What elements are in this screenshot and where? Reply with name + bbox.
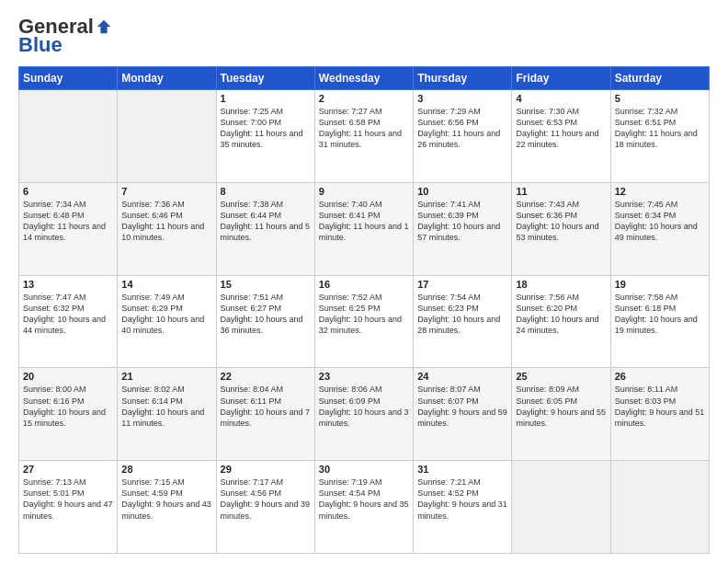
- day-number: 28: [121, 464, 211, 475]
- calendar-cell: 6Sunrise: 7:34 AM Sunset: 6:48 PM Daylig…: [19, 182, 118, 275]
- calendar-cell: 11Sunrise: 7:43 AM Sunset: 6:36 PM Dayli…: [512, 182, 610, 275]
- weekday-header-tuesday: Tuesday: [216, 67, 314, 90]
- day-info: Sunrise: 8:06 AM Sunset: 6:09 PM Dayligh…: [319, 384, 409, 429]
- day-number: 18: [516, 279, 606, 290]
- day-info: Sunrise: 7:40 AM Sunset: 6:41 PM Dayligh…: [319, 199, 409, 244]
- day-number: 17: [417, 279, 507, 290]
- day-info: Sunrise: 7:32 AM Sunset: 6:51 PM Dayligh…: [615, 106, 705, 151]
- day-info: Sunrise: 7:49 AM Sunset: 6:29 PM Dayligh…: [121, 292, 211, 337]
- day-number: 26: [615, 371, 705, 382]
- day-info: Sunrise: 8:02 AM Sunset: 6:14 PM Dayligh…: [121, 384, 211, 429]
- calendar-cell: [610, 461, 709, 554]
- calendar-cell: 3Sunrise: 7:29 AM Sunset: 6:56 PM Daylig…: [414, 90, 512, 183]
- calendar-cell: 7Sunrise: 7:36 AM Sunset: 6:46 PM Daylig…: [118, 182, 216, 275]
- calendar-cell: 16Sunrise: 7:52 AM Sunset: 6:25 PM Dayli…: [314, 275, 413, 368]
- day-number: 27: [23, 464, 113, 475]
- calendar-cell: 12Sunrise: 7:45 AM Sunset: 6:34 PM Dayli…: [610, 182, 709, 275]
- calendar-cell: 31Sunrise: 7:21 AM Sunset: 4:52 PM Dayli…: [414, 461, 512, 554]
- day-number: 8: [221, 186, 311, 197]
- day-number: 5: [615, 93, 705, 104]
- calendar-cell: [512, 461, 610, 554]
- day-info: Sunrise: 7:36 AM Sunset: 6:46 PM Dayligh…: [121, 199, 211, 244]
- day-number: 30: [319, 464, 409, 475]
- day-info: Sunrise: 7:54 AM Sunset: 6:23 PM Dayligh…: [417, 292, 507, 337]
- calendar-cell: 20Sunrise: 8:00 AM Sunset: 6:16 PM Dayli…: [19, 368, 118, 461]
- calendar-cell: [118, 90, 216, 183]
- day-number: 23: [319, 371, 409, 382]
- calendar-cell: 17Sunrise: 7:54 AM Sunset: 6:23 PM Dayli…: [414, 275, 512, 368]
- day-number: 20: [23, 371, 113, 382]
- calendar-cell: 14Sunrise: 7:49 AM Sunset: 6:29 PM Dayli…: [118, 275, 216, 368]
- calendar-cell: 21Sunrise: 8:02 AM Sunset: 6:14 PM Dayli…: [118, 368, 216, 461]
- calendar-cell: 5Sunrise: 7:32 AM Sunset: 6:51 PM Daylig…: [610, 90, 709, 183]
- day-number: 22: [221, 371, 311, 382]
- day-info: Sunrise: 7:58 AM Sunset: 6:18 PM Dayligh…: [615, 292, 705, 337]
- day-number: 19: [615, 279, 705, 290]
- calendar-cell: 4Sunrise: 7:30 AM Sunset: 6:53 PM Daylig…: [512, 90, 610, 183]
- calendar-cell: 25Sunrise: 8:09 AM Sunset: 6:05 PM Dayli…: [512, 368, 610, 461]
- day-info: Sunrise: 7:25 AM Sunset: 7:00 PM Dayligh…: [221, 106, 311, 151]
- logo-blue: Blue: [18, 33, 63, 57]
- day-info: Sunrise: 7:43 AM Sunset: 6:36 PM Dayligh…: [516, 199, 606, 244]
- calendar-cell: 27Sunrise: 7:13 AM Sunset: 5:01 PM Dayli…: [19, 461, 118, 554]
- day-number: 3: [417, 93, 507, 104]
- day-info: Sunrise: 7:56 AM Sunset: 6:20 PM Dayligh…: [516, 292, 606, 337]
- day-number: 31: [417, 464, 507, 475]
- calendar-cell: 28Sunrise: 7:15 AM Sunset: 4:59 PM Dayli…: [118, 461, 216, 554]
- day-number: 1: [221, 93, 311, 104]
- logo-icon: [96, 18, 112, 35]
- calendar-cell: 23Sunrise: 8:06 AM Sunset: 6:09 PM Dayli…: [314, 368, 413, 461]
- calendar-cell: 24Sunrise: 8:07 AM Sunset: 6:07 PM Dayli…: [414, 368, 512, 461]
- day-info: Sunrise: 7:51 AM Sunset: 6:27 PM Dayligh…: [221, 292, 311, 337]
- day-info: Sunrise: 8:09 AM Sunset: 6:05 PM Dayligh…: [516, 384, 606, 429]
- weekday-header-friday: Friday: [512, 67, 610, 90]
- calendar-cell: 2Sunrise: 7:27 AM Sunset: 6:58 PM Daylig…: [314, 90, 413, 183]
- day-info: Sunrise: 8:07 AM Sunset: 6:07 PM Dayligh…: [417, 384, 507, 429]
- calendar-cell: 9Sunrise: 7:40 AM Sunset: 6:41 PM Daylig…: [314, 182, 413, 275]
- day-info: Sunrise: 8:11 AM Sunset: 6:03 PM Dayligh…: [615, 384, 705, 429]
- day-number: 29: [221, 464, 311, 475]
- day-number: 13: [23, 279, 113, 290]
- calendar-cell: 19Sunrise: 7:58 AM Sunset: 6:18 PM Dayli…: [610, 275, 709, 368]
- day-number: 21: [121, 371, 211, 382]
- day-info: Sunrise: 7:34 AM Sunset: 6:48 PM Dayligh…: [23, 199, 113, 244]
- day-info: Sunrise: 7:17 AM Sunset: 4:56 PM Dayligh…: [221, 477, 311, 522]
- day-info: Sunrise: 7:45 AM Sunset: 6:34 PM Dayligh…: [615, 199, 705, 244]
- day-info: Sunrise: 7:19 AM Sunset: 4:54 PM Dayligh…: [319, 477, 409, 522]
- calendar-cell: 1Sunrise: 7:25 AM Sunset: 7:00 PM Daylig…: [216, 90, 314, 183]
- weekday-header-sunday: Sunday: [19, 67, 118, 90]
- weekday-header-monday: Monday: [118, 67, 216, 90]
- weekday-header-thursday: Thursday: [414, 67, 512, 90]
- calendar-cell: 8Sunrise: 7:38 AM Sunset: 6:44 PM Daylig…: [216, 182, 314, 275]
- logo: General Blue: [18, 17, 112, 57]
- day-number: 6: [23, 186, 113, 197]
- header: General Blue: [18, 17, 710, 57]
- day-info: Sunrise: 7:13 AM Sunset: 5:01 PM Dayligh…: [23, 477, 113, 522]
- calendar-cell: 29Sunrise: 7:17 AM Sunset: 4:56 PM Dayli…: [216, 461, 314, 554]
- day-info: Sunrise: 8:00 AM Sunset: 6:16 PM Dayligh…: [23, 384, 113, 429]
- weekday-header-wednesday: Wednesday: [314, 67, 413, 90]
- day-info: Sunrise: 7:29 AM Sunset: 6:56 PM Dayligh…: [417, 106, 507, 151]
- day-info: Sunrise: 8:04 AM Sunset: 6:11 PM Dayligh…: [221, 384, 311, 429]
- day-info: Sunrise: 7:52 AM Sunset: 6:25 PM Dayligh…: [319, 292, 409, 337]
- day-number: 25: [516, 371, 606, 382]
- day-info: Sunrise: 7:41 AM Sunset: 6:39 PM Dayligh…: [417, 199, 507, 244]
- day-number: 7: [121, 186, 211, 197]
- day-number: 24: [417, 371, 507, 382]
- day-number: 15: [221, 279, 311, 290]
- day-info: Sunrise: 7:27 AM Sunset: 6:58 PM Dayligh…: [319, 106, 409, 151]
- day-number: 2: [319, 93, 409, 104]
- calendar-cell: 15Sunrise: 7:51 AM Sunset: 6:27 PM Dayli…: [216, 275, 314, 368]
- calendar-cell: 13Sunrise: 7:47 AM Sunset: 6:32 PM Dayli…: [19, 275, 118, 368]
- weekday-header-saturday: Saturday: [610, 67, 709, 90]
- calendar-cell: 22Sunrise: 8:04 AM Sunset: 6:11 PM Dayli…: [216, 368, 314, 461]
- page: General Blue SundayMondayTuesdayWednesda…: [0, 0, 728, 563]
- day-info: Sunrise: 7:30 AM Sunset: 6:53 PM Dayligh…: [516, 106, 606, 151]
- day-number: 4: [516, 93, 606, 104]
- day-number: 14: [121, 279, 211, 290]
- day-info: Sunrise: 7:38 AM Sunset: 6:44 PM Dayligh…: [221, 199, 311, 244]
- day-number: 16: [319, 279, 409, 290]
- calendar-cell: 18Sunrise: 7:56 AM Sunset: 6:20 PM Dayli…: [512, 275, 610, 368]
- day-info: Sunrise: 7:47 AM Sunset: 6:32 PM Dayligh…: [23, 292, 113, 337]
- calendar-cell: [19, 90, 118, 183]
